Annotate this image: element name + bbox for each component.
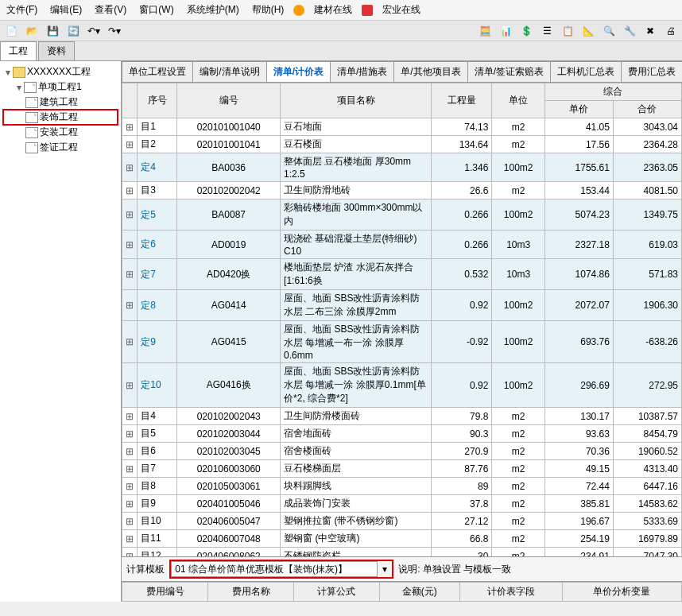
tb-g[interactable]: 🔍 bbox=[601, 23, 617, 39]
table-row[interactable]: ⊞目9020401005046成品装饰门安装37.8m2385.8114583.… bbox=[122, 495, 682, 513]
calc-template-combo[interactable]: ▾ bbox=[169, 560, 393, 579]
calc-template-input[interactable] bbox=[171, 561, 378, 577]
table-row[interactable]: ⊞目3020102002042卫生间防滑地砖26.6m2153.444081.5… bbox=[122, 182, 682, 200]
tree-construction[interactable]: 建筑工程 bbox=[3, 95, 118, 110]
fee-col-name[interactable]: 费用名称 bbox=[208, 583, 294, 602]
fee-col-var[interactable]: 单价分析变量 bbox=[562, 583, 681, 602]
table-row[interactable]: ⊞目6020102003045宿舍楼面砖270.9m270.3619060.52 bbox=[122, 443, 682, 460]
row-expand-icon[interactable]: ⊞ bbox=[122, 530, 138, 548]
tb-print[interactable]: 🖨 bbox=[663, 23, 679, 39]
tb-i[interactable]: ✖ bbox=[642, 23, 658, 39]
cell-code[interactable]: BA0036 bbox=[177, 153, 281, 182]
cell-code[interactable]: 020406008062 bbox=[177, 548, 281, 557]
menu-jc-online[interactable]: 建材在线 bbox=[311, 2, 355, 18]
cell-code[interactable]: 020102003044 bbox=[177, 425, 281, 443]
table-row[interactable]: ⊞目1020101001040豆石地面74.13m241.053043.04 bbox=[122, 118, 682, 136]
row-expand-icon[interactable]: ⊞ bbox=[122, 259, 138, 290]
cell-code[interactable]: AG0415 bbox=[177, 321, 281, 363]
cell-code[interactable]: BA0087 bbox=[177, 200, 281, 231]
cell-code[interactable]: 020101001041 bbox=[177, 136, 281, 153]
stab-other-items[interactable]: 单/其他项目表 bbox=[393, 61, 467, 82]
cell-code[interactable]: 020105003061 bbox=[177, 478, 281, 495]
tb-undo[interactable]: ↶▾ bbox=[86, 23, 102, 39]
row-expand-icon[interactable]: ⊞ bbox=[122, 136, 138, 153]
table-row[interactable]: ⊞目11020406007048塑钢窗 (中空玻璃)66.8m2254.1916… bbox=[122, 530, 682, 548]
tb-refresh[interactable]: 🔄 bbox=[65, 23, 81, 39]
tree-single-project[interactable]: ▾ 单项工程1 bbox=[3, 79, 118, 95]
menu-maintenance[interactable]: 系统维护(M) bbox=[184, 2, 242, 18]
menu-view[interactable]: 查看(V) bbox=[91, 2, 130, 18]
fee-col-amount[interactable]: 金额(元) bbox=[379, 583, 459, 602]
row-expand-icon[interactable]: ⊞ bbox=[122, 425, 138, 443]
row-expand-icon[interactable]: ⊞ bbox=[122, 460, 138, 478]
col-code[interactable]: 编号 bbox=[177, 83, 281, 118]
cell-code[interactable]: 020106003060 bbox=[177, 460, 281, 478]
row-expand-icon[interactable]: ⊞ bbox=[122, 408, 138, 425]
table-row[interactable]: ⊞定6AD0019现浇砼 基础混凝土垫层(特细砂) C100.26610m323… bbox=[122, 231, 682, 259]
col-unit[interactable]: 单位 bbox=[492, 83, 545, 118]
stab-bill-measure[interactable]: 清单/措施表 bbox=[330, 61, 394, 82]
col-composite[interactable]: 综合 bbox=[544, 83, 681, 101]
row-expand-icon[interactable]: ⊞ bbox=[122, 290, 138, 321]
tb-open[interactable]: 📂 bbox=[24, 23, 40, 39]
cell-code[interactable]: 020102002042 bbox=[177, 182, 281, 200]
cell-code[interactable]: 020406007048 bbox=[177, 530, 281, 548]
table-row[interactable]: ⊞目4020102002043卫生间防滑楼面砖79.8m2130.1710387… bbox=[122, 408, 682, 425]
row-expand-icon[interactable]: ⊞ bbox=[122, 495, 138, 513]
row-expand-icon[interactable]: ⊞ bbox=[122, 478, 138, 495]
table-row[interactable]: ⊞定9AG0415屋面、地面 SBS改性沥青涂料防水层 每增减一布一涂 涂膜厚0… bbox=[122, 321, 682, 363]
tb-c[interactable]: 💲 bbox=[518, 23, 534, 39]
cell-code[interactable]: 020406005047 bbox=[177, 513, 281, 530]
table-row[interactable]: ⊞定8AG0414屋面、地面 SBS改性沥青涂料防水层 二布三涂 涂膜厚2mm0… bbox=[122, 290, 682, 321]
menu-edit[interactable]: 编辑(E) bbox=[47, 2, 85, 18]
table-row[interactable]: ⊞目5020102003044宿舍地面砖90.3m293.638454.79 bbox=[122, 425, 682, 443]
tb-a[interactable]: 🧮 bbox=[477, 23, 493, 39]
expand-icon[interactable]: ▾ bbox=[3, 67, 13, 78]
tb-new[interactable]: 📄 bbox=[3, 23, 19, 39]
tb-b[interactable]: 📊 bbox=[498, 23, 513, 39]
row-expand-icon[interactable]: ⊞ bbox=[122, 118, 138, 136]
menu-file[interactable]: 文件(F) bbox=[3, 2, 41, 18]
menu-window[interactable]: 窗口(W) bbox=[136, 2, 176, 18]
menu-help[interactable]: 帮助(H) bbox=[249, 2, 288, 18]
tb-redo[interactable]: ↷▾ bbox=[107, 23, 122, 39]
tree-root[interactable]: ▾ XXXXXXX工程 bbox=[3, 64, 118, 79]
stab-bill-desc[interactable]: 编制/清单说明 bbox=[192, 61, 266, 82]
row-expand-icon[interactable]: ⊞ bbox=[122, 548, 138, 557]
row-expand-icon[interactable]: ⊞ bbox=[122, 363, 138, 408]
stab-material-summary[interactable]: 工料机汇总表 bbox=[550, 61, 622, 82]
col-qty[interactable]: 工程量 bbox=[432, 83, 492, 118]
table-row[interactable]: ⊞定5BA0087彩釉砖楼地面 300mm×300mm以内0.266100m25… bbox=[122, 200, 682, 231]
fee-col-code[interactable]: 费用编号 bbox=[122, 583, 208, 602]
tab-material[interactable]: 资料 bbox=[38, 41, 75, 60]
table-row[interactable]: ⊞目2020101001041豆石楼面134.64m217.562364.28 bbox=[122, 136, 682, 153]
tb-save[interactable]: 💾 bbox=[45, 23, 60, 39]
table-row[interactable]: ⊞目8020105003061块料踢脚线89m272.446447.16 bbox=[122, 478, 682, 495]
row-expand-icon[interactable]: ⊞ bbox=[122, 182, 138, 200]
cell-code[interactable]: 020102003045 bbox=[177, 443, 281, 460]
stab-unit-settings[interactable]: 单位工程设置 bbox=[122, 61, 193, 82]
cell-code[interactable]: 020101001040 bbox=[177, 118, 281, 136]
chevron-down-icon[interactable]: ▾ bbox=[378, 564, 392, 575]
row-expand-icon[interactable]: ⊞ bbox=[122, 321, 138, 363]
tree-decoration[interactable]: 装饰工程 bbox=[3, 110, 118, 125]
tb-f[interactable]: 📐 bbox=[580, 23, 596, 39]
table-row[interactable]: ⊞定7AD0420换楼地面垫层 炉渣 水泥石灰拌合[1:61:6换0.53210… bbox=[122, 259, 682, 290]
col-seq[interactable]: 序号 bbox=[138, 83, 177, 118]
cell-code[interactable]: 020102002043 bbox=[177, 408, 281, 425]
table-row[interactable]: ⊞定4BA0036整体面层 豆石楼地面 厚30mm 1:2.51.346100m… bbox=[122, 153, 682, 182]
table-row[interactable]: ⊞目10020406005047塑钢推拉窗 (带不锈钢纱窗)27.12m2196… bbox=[122, 513, 682, 530]
row-expand-icon[interactable]: ⊞ bbox=[122, 231, 138, 259]
row-expand-icon[interactable]: ⊞ bbox=[122, 153, 138, 182]
menu-hy-online[interactable]: 宏业在线 bbox=[379, 2, 424, 18]
fee-col-field[interactable]: 计价表字段 bbox=[459, 583, 562, 602]
tb-d[interactable]: ☰ bbox=[539, 23, 555, 39]
cell-code[interactable]: AG0416换 bbox=[177, 363, 281, 408]
tree-install[interactable]: 安装工程 bbox=[3, 125, 118, 140]
tb-e[interactable]: 📋 bbox=[560, 23, 575, 39]
row-expand-icon[interactable]: ⊞ bbox=[122, 443, 138, 460]
stab-bill-price[interactable]: 清单/计价表 bbox=[266, 61, 331, 82]
tree-visa[interactable]: 签证工程 bbox=[3, 140, 118, 155]
expand-icon[interactable]: ▾ bbox=[14, 82, 24, 93]
cell-code[interactable]: AG0414 bbox=[177, 290, 281, 321]
